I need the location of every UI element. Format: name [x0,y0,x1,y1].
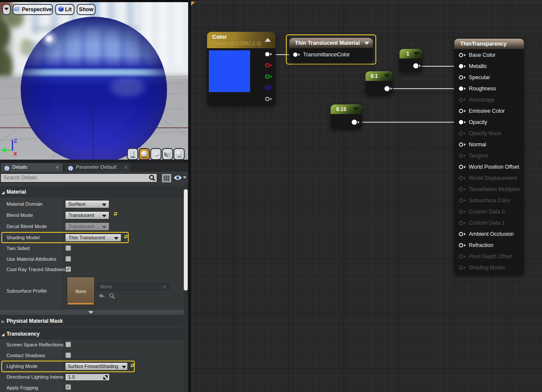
svg-text:Z: Z [14,138,17,144]
svg-text:X: X [13,151,17,157]
